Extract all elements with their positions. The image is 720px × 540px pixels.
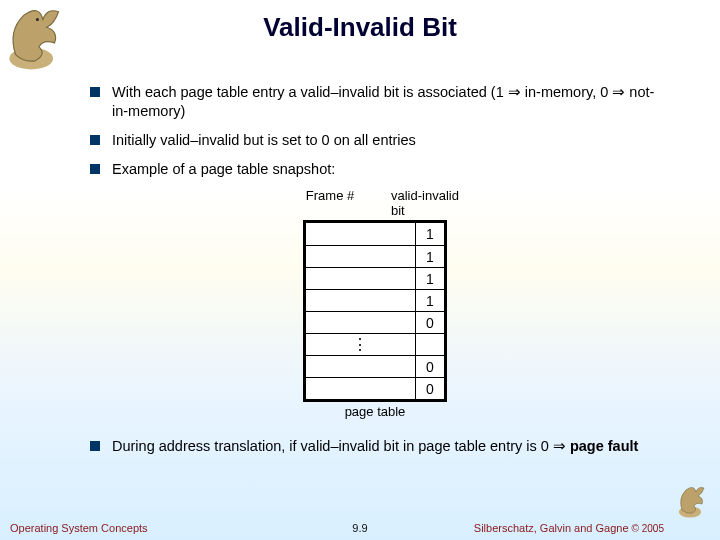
frame-cell <box>306 268 416 289</box>
square-bullet-icon <box>90 135 100 145</box>
dinosaur-logo-small <box>674 482 714 522</box>
bullet-item: With each page table entry a valid–inval… <box>90 83 660 121</box>
square-bullet-icon <box>90 164 100 174</box>
column-header-valid-invalid: valid-invalid bit <box>385 188 475 218</box>
frame-cell <box>306 223 416 245</box>
table-caption: page table <box>345 404 406 419</box>
bit-cell: 1 <box>416 268 444 289</box>
square-bullet-icon <box>90 441 100 451</box>
ellipsis-cell: ⋮ <box>306 334 416 355</box>
bullet-text-strong: page fault <box>570 438 638 454</box>
bit-cell: 0 <box>416 378 444 399</box>
table-row: 0 <box>306 377 444 399</box>
bit-cell: 1 <box>416 290 444 311</box>
bit-cell: 1 <box>416 246 444 267</box>
table-row-ellipsis: ⋮ <box>306 333 444 355</box>
frame-cell <box>306 290 416 311</box>
bit-cell: 0 <box>416 356 444 377</box>
frame-cell <box>306 378 416 399</box>
page-table-figure: Frame # valid-invalid bit 1 1 1 1 0 <box>90 188 660 419</box>
table-row: 1 <box>306 245 444 267</box>
frame-cell <box>306 356 416 377</box>
svg-point-1 <box>36 18 39 21</box>
bullet-item: Example of a page table snapshot: <box>90 160 660 179</box>
bit-cell: 0 <box>416 312 444 333</box>
table-row: 1 <box>306 223 444 245</box>
bullet-text: During address translation, if valid–inv… <box>112 437 660 456</box>
footer: Operating System Concepts 9.9 Silberscha… <box>0 522 720 534</box>
table-row: 1 <box>306 289 444 311</box>
footer-right: Silberschatz, Galvin and Gagne © 2005 <box>474 522 664 534</box>
footer-authors: Silberschatz, Galvin and Gagne <box>474 522 632 534</box>
table-row: 0 <box>306 311 444 333</box>
footer-page-number: 9.9 <box>352 522 367 534</box>
bit-cell <box>416 334 444 355</box>
frame-cell <box>306 312 416 333</box>
bullet-text-prefix: During address translation, if valid–inv… <box>112 438 570 454</box>
footer-left: Operating System Concepts <box>10 522 148 534</box>
bit-cell: 1 <box>416 223 444 245</box>
bullet-item: During address translation, if valid–inv… <box>90 437 660 456</box>
column-header-frame: Frame # <box>275 188 385 218</box>
bullet-item: Initially valid–invalid but is set to 0 … <box>90 131 660 150</box>
footer-copyright: © 2005 <box>632 523 664 534</box>
frame-cell <box>306 246 416 267</box>
bullet-text: With each page table entry a valid–inval… <box>112 83 660 121</box>
page-table: 1 1 1 1 0 ⋮ 0 <box>303 220 447 402</box>
table-row: 0 <box>306 355 444 377</box>
bullet-text: Initially valid–invalid but is set to 0 … <box>112 131 660 150</box>
square-bullet-icon <box>90 87 100 97</box>
bullet-text: Example of a page table snapshot: <box>112 160 660 179</box>
page-title: Valid-Invalid Bit <box>0 0 720 43</box>
table-row: 1 <box>306 267 444 289</box>
dinosaur-logo <box>0 0 78 78</box>
